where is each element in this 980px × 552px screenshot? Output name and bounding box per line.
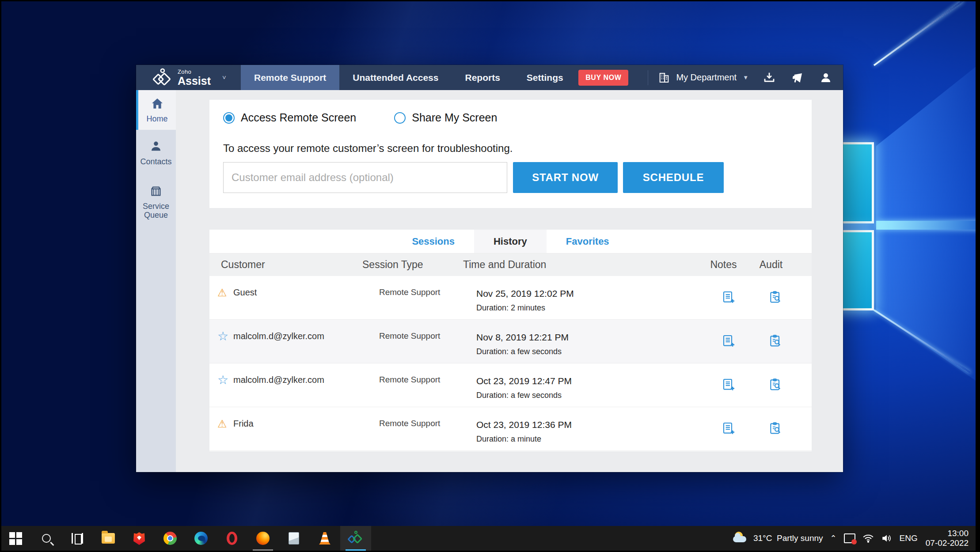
remote-access-panel: Access Remote Screen Share My Screen To …	[209, 100, 812, 208]
session-time: Nov 25, 2019 12:02 PM	[476, 288, 703, 299]
tray-expand-icon[interactable]: ⌃	[830, 533, 837, 543]
table-row[interactable]: ⚠ Frida Remote Support Oct 23, 2019 12:3…	[209, 407, 812, 451]
table-header: Customer Session Type Time and Duration …	[209, 253, 812, 276]
zoho-assist-window: Zoho Assist ˅ Remote Support Unattended …	[136, 65, 843, 472]
audit-icon[interactable]	[753, 418, 798, 435]
sidebar-item-label: Contacts	[140, 157, 171, 166]
favorite-star-icon: ☆	[217, 374, 233, 386]
tab-settings[interactable]: Settings	[513, 65, 577, 90]
column-session-type: Session Type	[362, 259, 463, 271]
warning-icon: ⚠	[217, 418, 233, 430]
column-audit: Audit	[749, 259, 793, 271]
weather-description: Partly sunny	[777, 533, 823, 543]
task-view-icon[interactable]	[62, 526, 93, 551]
session-duration: Duration: a few seconds	[476, 347, 703, 356]
announcements-icon[interactable]	[790, 70, 805, 85]
session-duration: Duration: a minute	[476, 435, 703, 444]
system-tray: 31°C Partly sunny ⌃ ENG 13:00 07-02-2022	[726, 526, 980, 551]
language-indicator[interactable]: ENG	[900, 533, 918, 543]
windows-taskbar: 31°C Partly sunny ⌃ ENG 13:00 07-02-2022	[0, 526, 980, 551]
language-label: ENG	[900, 533, 918, 543]
screen-bezel	[976, 0, 980, 552]
vlc-icon[interactable]	[309, 526, 340, 551]
customer-name: Frida	[233, 418, 379, 429]
add-note-icon[interactable]	[703, 374, 753, 392]
add-note-icon[interactable]	[703, 418, 753, 435]
opera-icon[interactable]	[217, 526, 247, 551]
session-duration: Duration: a few seconds	[476, 391, 703, 400]
tab-unattended-access[interactable]: Unattended Access	[339, 65, 452, 90]
audit-icon[interactable]	[753, 374, 798, 392]
weather-temperature: 31°C	[753, 533, 772, 543]
radio-label-access[interactable]: Access Remote Screen	[241, 111, 356, 124]
buy-now-button[interactable]: BUY NOW	[578, 70, 628, 86]
search-icon[interactable]	[31, 526, 62, 551]
sessions-history-panel: Sessions History Favorites Customer Sess…	[209, 230, 812, 451]
download-icon[interactable]	[762, 70, 777, 85]
tab-history[interactable]: History	[474, 230, 547, 253]
taskbar-clock[interactable]: 13:00 07-02-2022	[926, 529, 969, 548]
tab-favorites[interactable]: Favorites	[547, 230, 629, 253]
session-time: Nov 8, 2019 12:21 PM	[476, 332, 703, 343]
clock-time: 13:00	[926, 529, 969, 538]
column-customer: Customer	[221, 259, 362, 271]
favorite-star-icon: ☆	[217, 330, 233, 343]
home-icon	[150, 97, 164, 111]
add-note-icon[interactable]	[703, 287, 753, 304]
app-sidebar: Home Contacts Service Queue	[136, 90, 176, 472]
sidebar-item-contacts[interactable]: Contacts	[136, 130, 176, 176]
customer-name: malcolm.d@zylker.com	[233, 374, 379, 385]
user-account-icon[interactable]	[818, 70, 833, 85]
tab-sessions[interactable]: Sessions	[392, 230, 474, 253]
app-navbar: Zoho Assist ˅ Remote Support Unattended …	[136, 65, 843, 90]
screen-share-status-icon[interactable]	[844, 533, 855, 543]
start-button[interactable]	[0, 526, 31, 551]
clock-date: 07-02-2022	[926, 538, 969, 548]
tab-remote-support[interactable]: Remote Support	[241, 65, 339, 90]
session-type: Remote Support	[379, 418, 476, 428]
department-selector[interactable]: My Department ▼	[648, 70, 748, 85]
session-time: Oct 23, 2019 12:47 PM	[476, 376, 703, 386]
tab-reports[interactable]: Reports	[452, 65, 513, 90]
radio-share-my-screen[interactable]	[394, 112, 406, 124]
navbar-right: BUY NOW My Department ▼	[578, 65, 843, 90]
weather-icon	[733, 532, 748, 545]
department-icon	[658, 72, 670, 84]
sidebar-item-service-queue[interactable]: Service Queue	[136, 176, 176, 228]
customer-email-input[interactable]	[223, 162, 507, 193]
wifi-icon[interactable]	[862, 534, 874, 543]
app-logo[interactable]: Zoho Assist ˅	[136, 65, 241, 90]
edge-icon[interactable]	[186, 526, 217, 551]
zoho-assist-taskbar-icon[interactable]	[340, 526, 371, 551]
session-duration: Duration: 2 minutes	[476, 303, 703, 313]
weather-widget[interactable]: 31°C Partly sunny	[733, 532, 823, 545]
table-row[interactable]: ☆ malcolm.d@zylker.com Remote Support No…	[209, 320, 812, 363]
wallpaper-beam-edge	[874, 0, 964, 66]
contacts-icon	[149, 140, 163, 154]
navbar-tabs: Remote Support Unattended Access Reports…	[241, 65, 577, 90]
radio-access-remote-screen[interactable]	[223, 112, 235, 124]
firefox-icon[interactable]	[247, 526, 278, 551]
taskbar-apps	[0, 526, 371, 551]
desktop: Zoho Assist ˅ Remote Support Unattended …	[0, 0, 980, 552]
history-tabs: Sessions History Favorites	[209, 230, 812, 253]
chrome-icon[interactable]	[155, 526, 186, 551]
chevron-down-icon: ▼	[743, 74, 748, 81]
session-type: Remote Support	[379, 374, 476, 385]
audit-icon[interactable]	[753, 330, 798, 348]
table-row[interactable]: ⚠ Guest Remote Support Nov 25, 2019 12:0…	[209, 276, 812, 320]
table-row[interactable]: ☆ malcolm.d@zylker.com Remote Support Oc…	[209, 363, 812, 407]
file-explorer-icon[interactable]	[93, 526, 124, 551]
sidebar-item-home[interactable]: Home	[136, 90, 176, 130]
radio-label-share[interactable]: Share My Screen	[412, 111, 497, 124]
notepad-icon[interactable]	[278, 526, 309, 551]
customer-name: Guest	[233, 287, 379, 298]
warning-icon: ⚠	[217, 287, 233, 299]
brave-icon[interactable]	[124, 526, 155, 551]
volume-icon[interactable]	[881, 533, 893, 543]
chevron-down-icon[interactable]: ˅	[222, 74, 226, 81]
audit-icon[interactable]	[753, 287, 798, 304]
add-note-icon[interactable]	[703, 330, 753, 348]
start-now-button[interactable]: START NOW	[513, 162, 618, 193]
schedule-button[interactable]: SCHEDULE	[623, 162, 724, 193]
